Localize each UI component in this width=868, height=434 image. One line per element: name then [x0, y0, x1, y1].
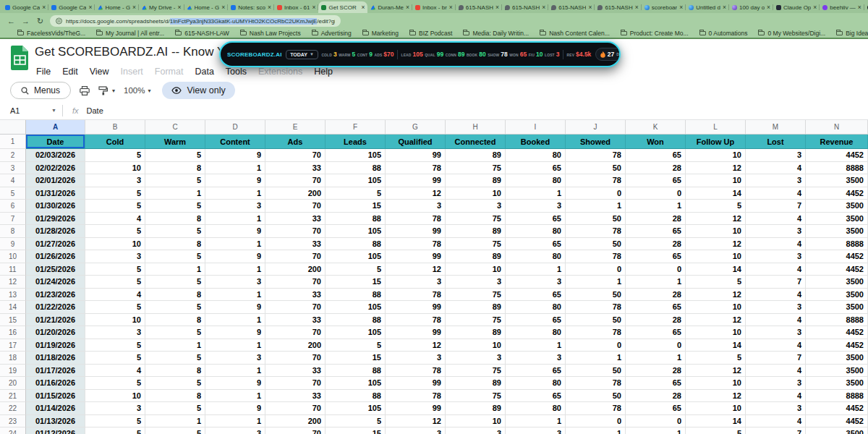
cell[interactable]: 10: [446, 415, 506, 428]
browser-tab[interactable]: 100 day o×: [729, 1, 773, 13]
cell[interactable]: 88: [326, 213, 386, 226]
cell[interactable]: 4: [746, 390, 806, 403]
cell[interactable]: 15: [326, 352, 386, 365]
cell[interactable]: 65: [626, 225, 686, 238]
cell[interactable]: 3: [386, 276, 446, 289]
cell[interactable]: 28: [626, 238, 686, 251]
cell[interactable]: 3: [506, 276, 566, 289]
cell[interactable]: 4452: [806, 402, 868, 415]
browser-tab[interactable]: Untitled d×: [686, 1, 729, 13]
cell[interactable]: 8888: [806, 314, 868, 327]
row-header[interactable]: 3: [0, 162, 26, 175]
cell[interactable]: 5: [145, 200, 205, 213]
browser-tab[interactable]: Home - G×: [184, 1, 229, 13]
header-cell[interactable]: Date: [26, 135, 85, 149]
cell[interactable]: 99: [386, 250, 446, 263]
browser-tab[interactable]: Claude Op×: [773, 1, 820, 13]
close-icon[interactable]: ×: [221, 4, 225, 11]
cell[interactable]: 8: [145, 162, 205, 175]
url-field[interactable]: https://docs.google.com/spreadsheets/d/1…: [50, 15, 341, 27]
cell[interactable]: 75: [446, 390, 506, 403]
cell[interactable]: 99: [386, 149, 446, 162]
cell[interactable]: 3: [85, 402, 145, 415]
cell[interactable]: 5: [85, 187, 145, 200]
cell[interactable]: 0: [626, 187, 686, 200]
bookmark-item[interactable]: Nash Content Calen...: [540, 30, 610, 37]
row-header[interactable]: 7: [0, 213, 26, 226]
cell[interactable]: 0: [626, 263, 686, 276]
column-header-F[interactable]: F: [326, 120, 386, 135]
row-header[interactable]: 18: [0, 352, 26, 365]
column-header-H[interactable]: H: [446, 120, 506, 135]
cell[interactable]: 4: [85, 289, 145, 302]
cell[interactable]: 14: [686, 263, 746, 276]
cell[interactable]: 1: [145, 263, 205, 276]
cell[interactable]: 3: [386, 352, 446, 365]
cell[interactable]: 12: [686, 213, 746, 226]
cell[interactable]: 01/13/2026: [26, 415, 85, 428]
bookmark-item[interactable]: 615-NASH-LAW: [175, 30, 229, 37]
cell[interactable]: 5: [326, 339, 386, 352]
cell[interactable]: 70: [265, 377, 326, 390]
cell[interactable]: 5: [85, 263, 145, 276]
cell[interactable]: 8: [145, 314, 205, 327]
close-icon[interactable]: ×: [449, 4, 453, 11]
cell[interactable]: 8888: [806, 390, 868, 403]
bookmark-item[interactable]: 0 Automations: [699, 30, 748, 37]
cell[interactable]: 5: [145, 301, 205, 314]
cell[interactable]: 3500: [806, 289, 868, 302]
back-icon[interactable]: ←: [7, 17, 16, 25]
cell[interactable]: 5: [686, 276, 746, 289]
zoom-selector[interactable]: 100% ▾: [124, 86, 150, 95]
bookmark-item[interactable]: Media: Daily Writin...: [463, 30, 529, 37]
cell[interactable]: 65: [626, 402, 686, 415]
cell[interactable]: 200: [265, 263, 326, 276]
cell[interactable]: 0: [626, 339, 686, 352]
date-range-dropdown[interactable]: TODAY▼: [286, 50, 318, 59]
cell[interactable]: 3: [506, 200, 566, 213]
cell[interactable]: 200: [265, 339, 326, 352]
row-header[interactable]: 21: [0, 390, 26, 403]
cell[interactable]: 4: [746, 263, 806, 276]
cell[interactable]: 3: [85, 326, 145, 339]
column-header-D[interactable]: D: [205, 120, 265, 135]
cell[interactable]: 28: [626, 162, 686, 175]
close-icon[interactable]: ×: [858, 4, 861, 11]
cell[interactable]: 5: [85, 352, 145, 365]
cell[interactable]: 78: [386, 314, 446, 327]
cell[interactable]: 5: [85, 200, 145, 213]
browser-tab[interactable]: Notes: sco×: [228, 1, 274, 13]
cell[interactable]: 1: [506, 415, 566, 428]
cell[interactable]: 10: [686, 301, 746, 314]
row-header[interactable]: 19: [0, 365, 26, 378]
cell[interactable]: 10: [686, 174, 746, 187]
menu-extensions[interactable]: Extensions: [252, 66, 308, 77]
cell[interactable]: 5: [145, 377, 205, 390]
cell[interactable]: 3500: [806, 427, 868, 434]
cell[interactable]: 8: [145, 289, 205, 302]
row-header[interactable]: 8: [0, 225, 26, 238]
cell[interactable]: 5: [145, 427, 205, 434]
cell[interactable]: 01/15/2026: [26, 390, 85, 403]
row-header[interactable]: 10: [0, 250, 26, 263]
cell[interactable]: 80: [506, 301, 566, 314]
cell[interactable]: 70: [265, 301, 326, 314]
formula-input[interactable]: Date: [87, 106, 103, 115]
close-icon[interactable]: ×: [588, 4, 592, 11]
cell[interactable]: 10: [446, 263, 506, 276]
close-icon[interactable]: ×: [312, 4, 315, 11]
row-header[interactable]: 16: [0, 326, 26, 339]
cell[interactable]: 70: [265, 250, 326, 263]
view-only-badge[interactable]: View only: [162, 82, 234, 99]
row-header[interactable]: 4: [0, 174, 26, 187]
row-header[interactable]: 13: [0, 289, 26, 302]
cell[interactable]: 70: [265, 276, 326, 289]
cell[interactable]: 4452: [806, 415, 868, 428]
header-cell[interactable]: Ads: [265, 135, 326, 149]
cell[interactable]: 01/18/2026: [26, 352, 85, 365]
cell[interactable]: 0: [626, 415, 686, 428]
menu-view[interactable]: View: [84, 66, 115, 77]
cell[interactable]: 1: [145, 187, 205, 200]
cell[interactable]: 8888: [806, 238, 868, 251]
cell[interactable]: 4452: [806, 263, 868, 276]
